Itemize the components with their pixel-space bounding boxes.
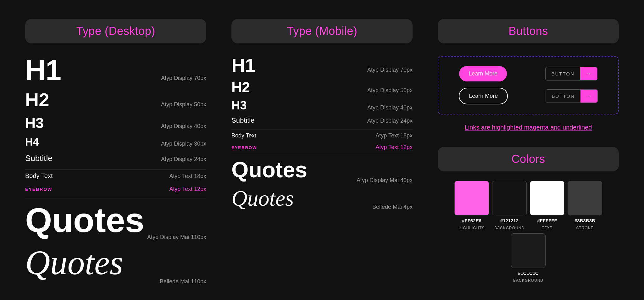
desktop-h2-label: H2 xyxy=(25,91,49,109)
mobile-h2-row: H2 Atyp Display 50px xyxy=(231,80,413,97)
desktop-quotes-italic-label: Quotes xyxy=(25,244,123,282)
mobile-body-label: Body Text xyxy=(231,132,256,139)
mobile-subtitle-spec: Atyp Display 24px xyxy=(367,118,413,124)
mobile-quotes-italic-spec: Bellede Mai 4px xyxy=(372,204,413,210)
colors-title: Colors xyxy=(511,153,545,165)
color-swatch-background: #121212 BACKGROUND xyxy=(492,181,527,230)
desktop-body-spec: Atyp Text 18px xyxy=(169,173,206,180)
colors-grid: #FF62E6 HIGHLIGHTS #121212 BACKGROUND #F… xyxy=(438,181,619,283)
color-hex-bg2: #1C1C1C xyxy=(518,270,539,276)
desktop-quotes-row: Quotes Atyp Display Mai 110px xyxy=(25,201,206,241)
right-column: Buttons Learn More BUTTON → Learn More xyxy=(425,13,631,294)
buttons-header: Buttons xyxy=(438,19,619,43)
desktop-type-section: Type (Desktop) H1 Atyp Display 70px H2 A… xyxy=(13,13,219,294)
colors-section: Colors #FF62E6 HIGHLIGHTS #121212 BACKGR… xyxy=(425,147,631,289)
desktop-quotes-italic-spec: Bellede Mai 110px xyxy=(160,278,206,285)
mobile-quotes-italic-label: Quotes xyxy=(231,186,294,210)
desktop-subtitle-label: Subtitle xyxy=(25,153,53,163)
mobile-h2-spec: Atyp Display 50px xyxy=(367,87,413,94)
btn-group-label-1: BUTTON xyxy=(546,68,580,80)
color-name-background: BACKGROUND xyxy=(494,226,525,230)
desktop-h3-label: H3 xyxy=(25,116,44,130)
mobile-h1-spec: Atyp Display 70px xyxy=(367,67,413,73)
learn-more-button-2[interactable]: Learn More xyxy=(459,88,508,104)
mobile-quotes-italic-row: Quotes Bellede Mai 4px xyxy=(231,186,413,210)
color-swatch-bg2: #1C1C1C BACKGROUND xyxy=(511,233,546,283)
color-swatch-stroke: #3B3B3B STROKE xyxy=(568,181,602,230)
color-box-stroke xyxy=(568,181,602,215)
color-hex-highlights: #FF62E6 xyxy=(462,218,481,223)
color-name-bg2: BACKGROUND xyxy=(513,278,543,283)
mobile-h3-label: H3 xyxy=(231,99,247,111)
desktop-eyebrow-row: EYEBROW Atyp Text 12px xyxy=(25,186,206,195)
color-swatch-text: #FFFFFF TEXT xyxy=(530,181,564,230)
color-name-highlights: HIGHLIGHTS xyxy=(458,226,485,230)
color-name-text: TEXT xyxy=(542,226,553,230)
mobile-subtitle-row: Subtitle Atyp Display 24px xyxy=(231,116,413,127)
button-row-2: Learn More BUTTON → xyxy=(445,88,612,104)
buttons-demo-area: Learn More BUTTON → Learn More BUTTON → xyxy=(438,56,619,114)
desktop-h1-label: H1 xyxy=(25,56,61,84)
btn-group-label-2: BUTTON xyxy=(546,90,580,102)
colors-header: Colors xyxy=(438,147,619,171)
links-description: Links are highlighted magenta and underl… xyxy=(438,124,619,131)
mobile-eyebrow-label: EYEBROW xyxy=(231,145,257,150)
button-group-2: BUTTON → xyxy=(546,89,597,103)
mobile-eyebrow-spec: Atyp Text 12px xyxy=(375,144,413,151)
desktop-eyebrow-label: EYEBROW xyxy=(25,187,52,192)
learn-more-button-1[interactable]: Learn More xyxy=(459,66,507,81)
mobile-h1-label: H1 xyxy=(231,56,256,75)
mobile-h3-spec: Atyp Display 40px xyxy=(367,104,413,111)
color-box-text xyxy=(530,181,564,215)
mobile-h2-label: H2 xyxy=(231,80,250,94)
color-name-stroke: STROKE xyxy=(576,226,593,230)
color-box-highlights xyxy=(454,181,489,215)
mobile-type-title: Type (Mobile) xyxy=(287,25,358,37)
desktop-quotes-label: Quotes xyxy=(25,201,144,239)
mobile-quotes-row: Quotes Atyp Display Mai 40px xyxy=(231,158,413,184)
desktop-quotes-spec: Atyp Display Mai 110px xyxy=(147,234,206,241)
desktop-h1-row: H1 Atyp Display 70px xyxy=(25,56,206,87)
button-row-1: Learn More BUTTON → xyxy=(445,66,612,81)
color-box-background xyxy=(492,181,527,215)
color-swatch-highlights: #FF62E6 HIGHLIGHTS xyxy=(454,181,489,230)
desktop-body-row: Body Text Atyp Text 18px xyxy=(25,172,206,183)
desktop-divider2 xyxy=(25,198,206,198)
mobile-h1-row: H1 Atyp Display 70px xyxy=(231,56,413,77)
mobile-type-section: Type (Mobile) H1 Atyp Display 70px H2 At… xyxy=(219,13,425,294)
buttons-section: Buttons Learn More BUTTON → Learn More xyxy=(425,13,631,147)
desktop-quotes-italic-row: Quotes Bellede Mai 110px xyxy=(25,244,206,285)
mobile-divider2 xyxy=(231,155,413,155)
desktop-h4-row: H4 Atyp Display 30px xyxy=(25,136,206,150)
btn-arrow-2[interactable]: → xyxy=(580,90,597,103)
desktop-type-title: Type (Desktop) xyxy=(76,25,155,37)
color-hex-text: #FFFFFF xyxy=(537,218,557,223)
desktop-h3-row: H3 Atyp Display 40px xyxy=(25,116,206,133)
mobile-body-row: Body Text Atyp Text 18px xyxy=(231,132,413,142)
mobile-subtitle-label: Subtitle xyxy=(231,116,254,125)
color-hex-background: #121212 xyxy=(500,218,519,223)
btn-arrow-1[interactable]: → xyxy=(580,67,597,80)
button-group-1: BUTTON → xyxy=(545,67,597,81)
mobile-body-spec: Atyp Text 18px xyxy=(375,132,413,139)
buttons-title: Buttons xyxy=(508,25,548,37)
mobile-h3-row: H3 Atyp Display 40px xyxy=(231,99,413,114)
desktop-eyebrow-spec: Atyp Text 12px xyxy=(169,186,206,192)
desktop-h2-spec: Atyp Display 50px xyxy=(161,101,206,108)
desktop-h1-spec: Atyp Display 70px xyxy=(161,75,206,81)
mobile-eyebrow-row: EYEBROW Atyp Text 12px xyxy=(231,144,413,153)
mobile-divider1 xyxy=(231,130,413,130)
desktop-body-label: Body Text xyxy=(25,172,53,180)
desktop-type-header: Type (Desktop) xyxy=(25,19,206,43)
desktop-h2-row: H2 Atyp Display 50px xyxy=(25,91,206,113)
color-hex-stroke: #3B3B3B xyxy=(575,218,595,223)
mobile-type-header: Type (Mobile) xyxy=(231,19,413,43)
mobile-quotes-spec: Atyp Display Mai 40px xyxy=(357,177,413,184)
desktop-h3-spec: Atyp Display 40px xyxy=(161,123,206,130)
desktop-divider xyxy=(25,169,206,170)
desktop-subtitle-row: Subtitle Atyp Display 24px xyxy=(25,153,206,166)
desktop-h4-spec: Atyp Display 30px xyxy=(161,141,206,147)
desktop-h4-label: H4 xyxy=(25,136,39,147)
mobile-quotes-label: Quotes xyxy=(231,158,307,182)
main-container: Type (Desktop) H1 Atyp Display 70px H2 A… xyxy=(0,0,644,300)
